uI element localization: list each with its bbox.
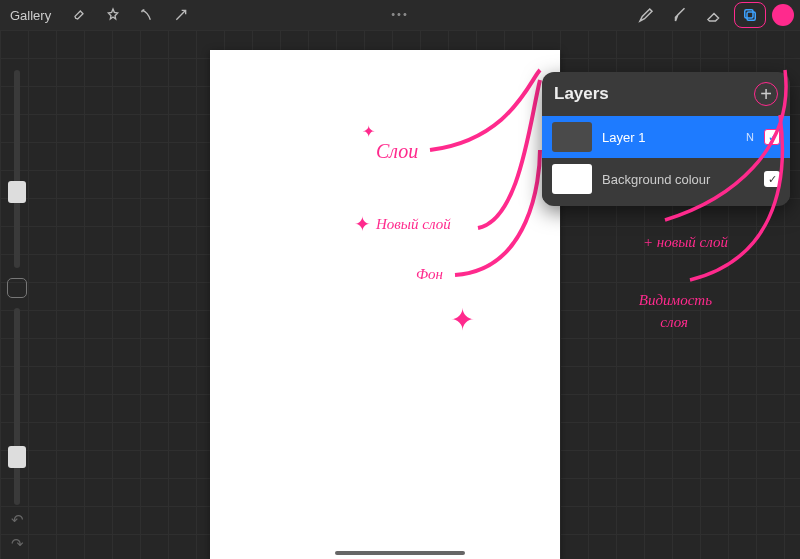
actions-icon[interactable] [65,3,93,27]
brush-icon[interactable] [632,3,660,27]
annotation-visibility-2: слоя [660,314,688,331]
stage: ↶ ↷ ✦ Слои ✦ Новый слой Фон ✦ Layers + L… [0,30,800,559]
modify-menu-icon[interactable]: ••• [391,8,409,20]
opacity-slider[interactable] [14,308,20,506]
selection-icon[interactable] [133,3,161,27]
topbar-left: Gallery [6,3,195,27]
topbar: Gallery ••• [0,0,800,30]
eraser-icon[interactable] [700,3,728,27]
undo-button[interactable]: ↶ [11,511,24,529]
annotation-visibility-1: Видимость [639,292,712,309]
redo-button[interactable]: ↷ [11,535,24,553]
left-toolbar: ↶ ↷ [4,70,30,553]
opacity-thumb[interactable] [8,446,26,468]
gallery-button[interactable]: Gallery [6,8,55,23]
topbar-right [632,2,794,28]
smudge-icon[interactable] [666,3,694,27]
home-indicator [335,551,465,555]
color-picker-button[interactable] [772,4,794,26]
svg-rect-0 [745,10,753,18]
layers-icon[interactable] [734,2,766,28]
annotation-new-layer: + новый слой [643,234,728,251]
canvas[interactable]: ✦ Слои ✦ Новый слой Фон ✦ [210,50,560,559]
annotation-strokes [210,50,560,450]
brush-size-slider[interactable] [14,70,20,268]
adjustments-icon[interactable] [99,3,127,27]
brush-size-thumb[interactable] [8,181,26,203]
transform-icon[interactable] [167,3,195,27]
svg-rect-1 [747,12,755,20]
undo-redo-group: ↶ ↷ [11,511,24,553]
modify-button[interactable] [7,278,27,298]
